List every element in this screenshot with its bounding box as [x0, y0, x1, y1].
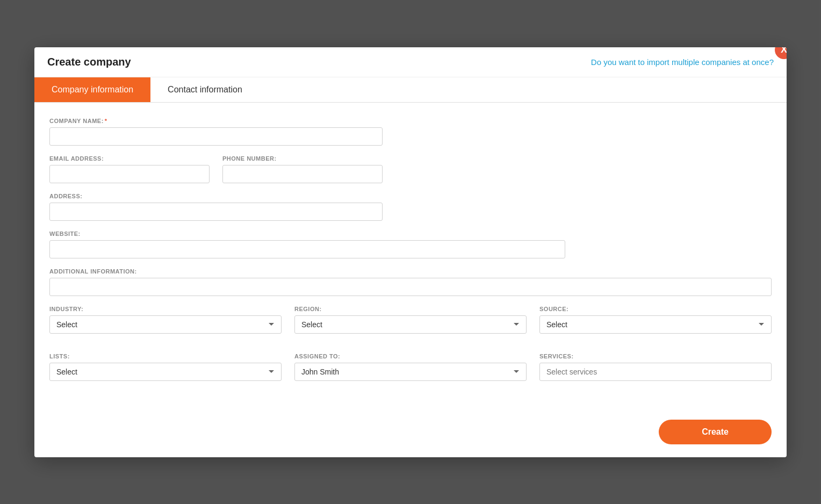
assigned-to-label: ASSIGNED TO: [294, 353, 527, 359]
tab-company-information[interactable]: Company information [34, 77, 150, 102]
phone-label: PHONE NUMBER: [222, 155, 383, 162]
assigned-to-group: ASSIGNED TO: John Smith [294, 353, 527, 381]
email-phone-row: EMAIL ADDRESS: PHONE NUMBER: [49, 155, 383, 193]
email-col: EMAIL ADDRESS: [49, 155, 210, 193]
close-icon: X [781, 47, 787, 56]
tab-contact-information[interactable]: Contact information [150, 77, 260, 102]
lists-label: LISTS: [49, 353, 282, 359]
website-label: WEBSITE: [49, 231, 772, 237]
source-label: SOURCE: [539, 306, 772, 312]
website-input[interactable] [49, 240, 565, 258]
industry-select[interactable]: Select [49, 315, 282, 334]
email-label: EMAIL ADDRESS: [49, 155, 210, 162]
additional-info-label: ADDITIONAL INFORMATION: [49, 268, 772, 275]
phone-input[interactable] [222, 165, 383, 183]
region-label: REGION: [294, 306, 527, 312]
source-select[interactable]: Select [539, 315, 772, 334]
lists-group: LISTS: Select [49, 353, 282, 381]
additional-info-input[interactable] [49, 278, 772, 296]
lists-select[interactable]: Select [49, 363, 282, 381]
company-name-label: COMPANY NAME:* [49, 118, 772, 124]
address-group: ADDRESS: [49, 193, 772, 221]
phone-group: PHONE NUMBER: [222, 155, 383, 183]
modal-header: Create company Do you want to import mul… [34, 47, 787, 77]
company-name-input[interactable] [49, 127, 383, 146]
import-link[interactable]: Do you want to import multiple companies… [591, 57, 774, 67]
industry-region-source-row: INDUSTRY: Select REGION: Select SOURCE: … [49, 306, 772, 343]
region-group: REGION: Select [294, 306, 527, 334]
tabs-container: Company information Contact information [34, 77, 787, 103]
required-indicator: * [105, 118, 107, 124]
lists-assigned-services-row: LISTS: Select ASSIGNED TO: John Smith SE… [49, 353, 772, 391]
company-name-group: COMPANY NAME:* [49, 118, 772, 146]
email-group: EMAIL ADDRESS: [49, 155, 210, 183]
modal-overlay: X Create company Do you want to import m… [0, 0, 821, 504]
services-input[interactable] [539, 363, 772, 381]
phone-col: PHONE NUMBER: [222, 155, 383, 193]
services-group: SERVICES: [539, 353, 772, 381]
modal-footer: Create [34, 411, 787, 457]
website-group: WEBSITE: [49, 231, 772, 258]
email-input[interactable] [49, 165, 210, 183]
source-group: SOURCE: Select [539, 306, 772, 334]
additional-info-group: ADDITIONAL INFORMATION: [49, 268, 772, 296]
address-input[interactable] [49, 203, 383, 221]
create-company-modal: X Create company Do you want to import m… [34, 47, 787, 457]
modal-body: COMPANY NAME:* EMAIL ADDRESS: PHONE NUMB… [34, 103, 787, 411]
create-button[interactable]: Create [659, 420, 772, 444]
address-label: ADDRESS: [49, 193, 772, 199]
modal-title: Create company [47, 56, 131, 68]
assigned-to-select[interactable]: John Smith [294, 363, 527, 381]
services-label: SERVICES: [539, 353, 772, 359]
industry-group: INDUSTRY: Select [49, 306, 282, 334]
region-select[interactable]: Select [294, 315, 527, 334]
industry-label: INDUSTRY: [49, 306, 282, 312]
